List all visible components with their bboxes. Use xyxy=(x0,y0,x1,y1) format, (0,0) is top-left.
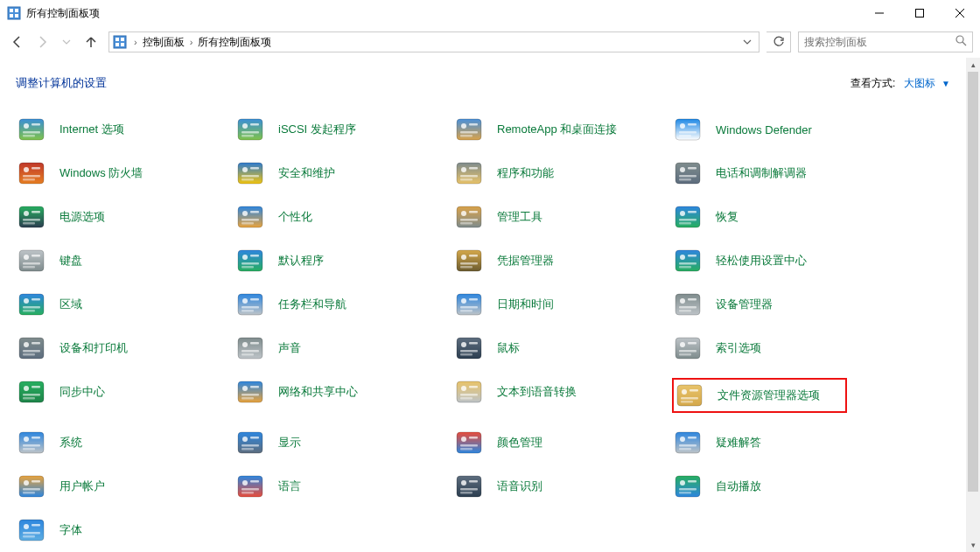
control-panel-item[interactable]: Windows 防火墙 xyxy=(16,159,234,187)
svg-rect-59 xyxy=(23,219,40,221)
control-panel-item[interactable]: 恢复 xyxy=(672,203,891,231)
control-panel-item[interactable]: 默认程序 xyxy=(234,247,453,275)
control-panel-item[interactable]: Windows Defender xyxy=(672,115,891,143)
view-by-control[interactable]: 查看方式: 大图标 ▼ xyxy=(850,76,950,91)
item-label: 文本到语音转换 xyxy=(497,384,577,400)
breadcrumb-root[interactable]: 控制面板 xyxy=(143,35,185,50)
control-panel-item[interactable]: 键盘 xyxy=(16,247,234,275)
control-panel-item[interactable]: 鼠标 xyxy=(453,334,672,362)
close-button[interactable] xyxy=(940,0,980,26)
control-panel-item[interactable]: 网络和共享中心 xyxy=(234,378,453,406)
item-label: 颜色管理 xyxy=(497,435,542,451)
svg-rect-145 xyxy=(242,397,254,400)
control-panel-item[interactable]: 用户帐户 xyxy=(16,472,234,500)
svg-rect-140 xyxy=(23,397,35,400)
control-panel-item[interactable]: 凭据管理器 xyxy=(453,247,672,275)
svg-rect-63 xyxy=(250,211,259,213)
control-panel-item[interactable]: 任务栏和导航 xyxy=(234,290,453,318)
chevron-down-icon[interactable]: ▼ xyxy=(942,79,950,88)
svg-point-62 xyxy=(242,211,248,216)
svg-rect-185 xyxy=(242,492,254,494)
control-panel-item[interactable]: 区域 xyxy=(16,290,234,318)
control-panel-item[interactable]: 显示 xyxy=(234,429,453,457)
svg-point-172 xyxy=(680,437,685,442)
items-grid: Internet 选项 iSCSI 发起程序 RemoteApp 和桌面连接 xyxy=(16,115,950,544)
control-panel-item[interactable]: 管理工具 xyxy=(453,203,672,231)
svg-point-67 xyxy=(461,211,466,216)
control-panel-item[interactable]: 日期和时间 xyxy=(453,290,672,318)
control-panel-item[interactable]: 电源选项 xyxy=(16,203,234,231)
control-panel-item[interactable]: 声音 xyxy=(234,334,453,362)
control-panel-item[interactable]: 程序和功能 xyxy=(453,159,672,187)
devices-printers-icon xyxy=(18,334,46,362)
nav-row: › 控制面板 › 所有控制面板项 xyxy=(0,26,980,58)
view-by-value[interactable]: 大图标 xyxy=(904,77,935,89)
control-panel-item[interactable]: 同步中心 xyxy=(16,378,234,406)
forward-button[interactable] xyxy=(32,31,52,52)
control-panel-item[interactable]: Internet 选项 xyxy=(16,115,234,143)
svg-rect-149 xyxy=(460,394,478,396)
breadcrumb-current[interactable]: 所有控制面板项 xyxy=(198,35,271,50)
item-label: 恢复 xyxy=(716,209,738,225)
svg-rect-80 xyxy=(23,266,35,269)
svg-point-187 xyxy=(461,480,466,486)
svg-rect-175 xyxy=(679,448,691,451)
search-input[interactable] xyxy=(804,36,956,48)
control-panel-item[interactable]: RemoteApp 和桌面连接 xyxy=(453,115,672,143)
minimize-button[interactable] xyxy=(859,0,900,26)
item-label: Internet 选项 xyxy=(60,122,124,137)
phone-modem-icon xyxy=(674,159,702,187)
svg-rect-180 xyxy=(23,492,35,494)
search-icon[interactable] xyxy=(956,34,967,50)
back-button[interactable] xyxy=(7,31,28,52)
control-panel-item[interactable]: 设备和打印机 xyxy=(16,334,234,362)
control-panel-item[interactable]: 设备管理器 xyxy=(672,290,891,318)
refresh-button[interactable] xyxy=(766,31,791,52)
control-panel-item[interactable]: 语音识别 xyxy=(453,472,672,500)
content-header: 调整计算机的设置 查看方式: 大图标 ▼ xyxy=(16,75,950,91)
control-panel-item[interactable]: 颜色管理 xyxy=(453,429,672,457)
breadcrumb-sep-icon[interactable]: › xyxy=(129,37,143,47)
up-button[interactable] xyxy=(80,31,102,52)
scroll-up-icon[interactable]: ▴ xyxy=(966,58,980,72)
svg-rect-53 xyxy=(688,167,696,170)
svg-rect-49 xyxy=(460,175,478,178)
control-panel-item[interactable]: 安全和维护 xyxy=(234,159,453,187)
recent-locations-button[interactable] xyxy=(56,31,77,52)
control-panel-item[interactable]: 自动播放 xyxy=(672,472,891,500)
item-label: 语言 xyxy=(278,479,301,494)
svg-point-157 xyxy=(24,437,29,442)
address-bar[interactable]: › 控制面板 › 所有控制面板项 xyxy=(108,31,760,52)
maximize-button[interactable] xyxy=(900,0,940,26)
scroll-down-icon[interactable]: ▾ xyxy=(966,538,980,552)
control-panel-item[interactable]: 字体 xyxy=(16,516,234,544)
control-panel-item[interactable]: 个性化 xyxy=(234,203,453,231)
control-panel-item[interactable]: 轻松使用设置中心 xyxy=(672,247,891,275)
breadcrumb-sep-icon[interactable]: › xyxy=(185,37,199,47)
control-panel-item[interactable]: 系统 xyxy=(16,429,234,457)
vertical-scrollbar[interactable]: ▴ ▾ xyxy=(966,58,980,552)
search-box[interactable] xyxy=(798,31,973,52)
control-panel-item[interactable]: 电话和调制解调器 xyxy=(672,159,891,187)
system-icon xyxy=(18,429,46,457)
control-panel-item[interactable]: 疑难解答 xyxy=(672,429,891,457)
svg-rect-30 xyxy=(460,135,472,137)
item-label: 轻松使用设置中心 xyxy=(716,253,807,269)
control-panel-item[interactable]: 文件资源管理器选项 xyxy=(672,378,847,413)
svg-rect-138 xyxy=(32,386,40,388)
svg-rect-135 xyxy=(679,353,691,356)
svg-point-27 xyxy=(461,123,466,129)
svg-point-97 xyxy=(24,298,29,304)
control-panel-item[interactable]: iSCSI 发起程序 xyxy=(234,115,453,143)
svg-rect-29 xyxy=(460,131,478,134)
recovery-icon xyxy=(674,203,702,231)
svg-point-77 xyxy=(24,255,29,260)
svg-rect-115 xyxy=(679,310,691,312)
control-panel-item[interactable]: 文本到语音转换 xyxy=(453,378,672,406)
address-dropdown-icon[interactable] xyxy=(739,34,755,50)
scroll-thumb[interactable] xyxy=(968,72,978,492)
firewall-icon xyxy=(18,159,46,187)
personalization-icon xyxy=(236,203,264,231)
control-panel-item[interactable]: 索引选项 xyxy=(672,334,891,362)
control-panel-item[interactable]: 语言 xyxy=(234,472,453,500)
